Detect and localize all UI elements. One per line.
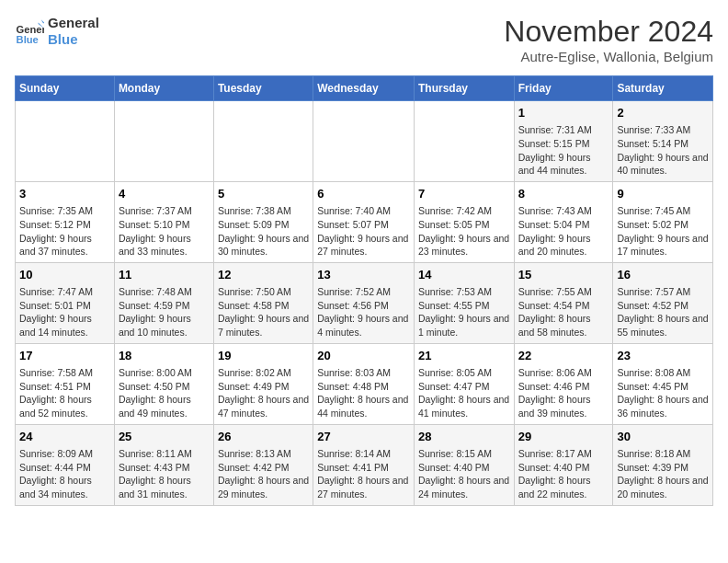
calendar-cell: 23Sunrise: 8:08 AM Sunset: 4:45 PM Dayli…: [613, 343, 713, 424]
day-number: 8: [518, 186, 609, 202]
svg-text:General: General: [17, 24, 44, 35]
day-number: 27: [317, 429, 410, 445]
svg-text:Blue: Blue: [17, 34, 39, 45]
calendar-cell: 12Sunrise: 7:50 AM Sunset: 4:58 PM Dayli…: [213, 262, 313, 343]
weekday-header-monday: Monday: [114, 76, 213, 101]
day-number: 19: [218, 348, 309, 364]
day-info: Sunrise: 8:02 AM Sunset: 4:49 PM Dayligh…: [218, 366, 309, 420]
day-info: Sunrise: 8:18 AM Sunset: 4:39 PM Dayligh…: [617, 447, 709, 501]
calendar-cell: 14Sunrise: 7:53 AM Sunset: 4:55 PM Dayli…: [414, 262, 514, 343]
calendar-cell: 17Sunrise: 7:58 AM Sunset: 4:51 PM Dayli…: [16, 343, 115, 424]
day-info: Sunrise: 8:09 AM Sunset: 4:44 PM Dayligh…: [19, 447, 110, 501]
day-number: 17: [19, 348, 110, 364]
day-info: Sunrise: 8:15 AM Sunset: 4:40 PM Dayligh…: [418, 447, 510, 501]
calendar-header: SundayMondayTuesdayWednesdayThursdayFrid…: [16, 76, 713, 101]
day-info: Sunrise: 7:31 AM Sunset: 5:15 PM Dayligh…: [518, 123, 609, 178]
calendar-week-1: 1Sunrise: 7:31 AM Sunset: 5:15 PM Daylig…: [16, 101, 713, 182]
day-info: Sunrise: 7:55 AM Sunset: 4:54 PM Dayligh…: [518, 285, 609, 339]
calendar-cell: 26Sunrise: 8:13 AM Sunset: 4:42 PM Dayli…: [213, 424, 313, 505]
day-info: Sunrise: 7:37 AM Sunset: 5:10 PM Dayligh…: [119, 204, 210, 259]
day-number: 4: [119, 186, 210, 202]
day-number: 16: [617, 267, 709, 283]
day-number: 18: [119, 348, 210, 364]
day-number: 24: [19, 429, 110, 445]
calendar-cell: 3Sunrise: 7:35 AM Sunset: 5:12 PM Daylig…: [16, 181, 115, 262]
day-info: Sunrise: 7:35 AM Sunset: 5:12 PM Dayligh…: [19, 204, 110, 259]
calendar-cell: [16, 101, 115, 182]
calendar-week-3: 10Sunrise: 7:47 AM Sunset: 5:01 PM Dayli…: [16, 262, 713, 343]
calendar-week-5: 24Sunrise: 8:09 AM Sunset: 4:44 PM Dayli…: [16, 424, 713, 505]
day-info: Sunrise: 7:45 AM Sunset: 5:02 PM Dayligh…: [617, 204, 709, 259]
day-info: Sunrise: 8:06 AM Sunset: 4:46 PM Dayligh…: [518, 366, 609, 420]
day-number: 7: [418, 186, 510, 202]
weekday-header-wednesday: Wednesday: [313, 76, 415, 101]
day-number: 1: [518, 105, 609, 121]
calendar-cell: [213, 101, 313, 182]
logo: General Blue General Blue: [15, 15, 99, 48]
calendar-cell: 13Sunrise: 7:52 AM Sunset: 4:56 PM Dayli…: [313, 262, 415, 343]
day-info: Sunrise: 7:48 AM Sunset: 4:59 PM Dayligh…: [119, 285, 210, 339]
day-info: Sunrise: 7:33 AM Sunset: 5:14 PM Dayligh…: [617, 123, 709, 178]
day-info: Sunrise: 7:38 AM Sunset: 5:09 PM Dayligh…: [218, 204, 309, 259]
day-info: Sunrise: 7:57 AM Sunset: 4:52 PM Dayligh…: [617, 285, 709, 339]
calendar-cell: 4Sunrise: 7:37 AM Sunset: 5:10 PM Daylig…: [114, 181, 213, 262]
day-info: Sunrise: 8:08 AM Sunset: 4:45 PM Dayligh…: [617, 366, 709, 420]
calendar-cell: 28Sunrise: 8:15 AM Sunset: 4:40 PM Dayli…: [414, 424, 514, 505]
day-info: Sunrise: 7:42 AM Sunset: 5:05 PM Dayligh…: [418, 204, 510, 259]
calendar-cell: 16Sunrise: 7:57 AM Sunset: 4:52 PM Dayli…: [613, 262, 713, 343]
day-info: Sunrise: 7:50 AM Sunset: 4:58 PM Dayligh…: [218, 285, 309, 339]
calendar-cell: 7Sunrise: 7:42 AM Sunset: 5:05 PM Daylig…: [414, 181, 514, 262]
day-info: Sunrise: 8:00 AM Sunset: 4:50 PM Dayligh…: [119, 366, 210, 420]
calendar-cell: 9Sunrise: 7:45 AM Sunset: 5:02 PM Daylig…: [613, 181, 713, 262]
day-number: 26: [218, 429, 309, 445]
month-year: November 2024: [504, 15, 713, 49]
day-number: 15: [518, 267, 609, 283]
calendar-cell: 6Sunrise: 7:40 AM Sunset: 5:07 PM Daylig…: [313, 181, 415, 262]
day-info: Sunrise: 7:58 AM Sunset: 4:51 PM Dayligh…: [19, 366, 110, 420]
day-number: 23: [617, 348, 709, 364]
calendar-cell: 18Sunrise: 8:00 AM Sunset: 4:50 PM Dayli…: [114, 343, 213, 424]
calendar-cell: 2Sunrise: 7:33 AM Sunset: 5:14 PM Daylig…: [613, 101, 713, 182]
calendar-cell: 8Sunrise: 7:43 AM Sunset: 5:04 PM Daylig…: [514, 181, 613, 262]
header-row: SundayMondayTuesdayWednesdayThursdayFrid…: [16, 76, 713, 101]
location: Autre-Eglise, Wallonia, Belgium: [504, 49, 713, 64]
weekday-header-friday: Friday: [514, 76, 613, 101]
calendar-cell: [414, 101, 514, 182]
day-number: 30: [617, 429, 709, 445]
calendar-cell: 10Sunrise: 7:47 AM Sunset: 5:01 PM Dayli…: [16, 262, 115, 343]
calendar-cell: 15Sunrise: 7:55 AM Sunset: 4:54 PM Dayli…: [514, 262, 613, 343]
day-number: 13: [317, 267, 410, 283]
day-info: Sunrise: 7:53 AM Sunset: 4:55 PM Dayligh…: [418, 285, 510, 339]
calendar-cell: 24Sunrise: 8:09 AM Sunset: 4:44 PM Dayli…: [16, 424, 115, 505]
calendar-cell: 20Sunrise: 8:03 AM Sunset: 4:48 PM Dayli…: [313, 343, 415, 424]
day-info: Sunrise: 8:13 AM Sunset: 4:42 PM Dayligh…: [218, 447, 309, 501]
day-info: Sunrise: 7:43 AM Sunset: 5:04 PM Dayligh…: [518, 204, 609, 259]
day-info: Sunrise: 7:47 AM Sunset: 5:01 PM Dayligh…: [19, 285, 110, 339]
weekday-header-saturday: Saturday: [613, 76, 713, 101]
calendar-cell: 5Sunrise: 7:38 AM Sunset: 5:09 PM Daylig…: [213, 181, 313, 262]
day-info: Sunrise: 7:52 AM Sunset: 4:56 PM Dayligh…: [317, 285, 410, 339]
calendar-cell: 22Sunrise: 8:06 AM Sunset: 4:46 PM Dayli…: [514, 343, 613, 424]
calendar-cell: 21Sunrise: 8:05 AM Sunset: 4:47 PM Dayli…: [414, 343, 514, 424]
day-number: 6: [317, 186, 410, 202]
calendar-cell: [114, 101, 213, 182]
header: General Blue General Blue November 2024 …: [15, 15, 713, 64]
day-number: 5: [218, 186, 309, 202]
logo-icon: General Blue: [15, 17, 44, 46]
day-number: 2: [617, 105, 709, 121]
day-number: 9: [617, 186, 709, 202]
day-number: 14: [418, 267, 510, 283]
day-info: Sunrise: 8:03 AM Sunset: 4:48 PM Dayligh…: [317, 366, 410, 420]
day-number: 29: [518, 429, 609, 445]
day-info: Sunrise: 8:05 AM Sunset: 4:47 PM Dayligh…: [418, 366, 510, 420]
day-info: Sunrise: 7:40 AM Sunset: 5:07 PM Dayligh…: [317, 204, 410, 259]
calendar-cell: 30Sunrise: 8:18 AM Sunset: 4:39 PM Dayli…: [613, 424, 713, 505]
day-number: 28: [418, 429, 510, 445]
weekday-header-tuesday: Tuesday: [213, 76, 313, 101]
weekday-header-thursday: Thursday: [414, 76, 514, 101]
day-number: 11: [119, 267, 210, 283]
day-number: 10: [19, 267, 110, 283]
weekday-header-sunday: Sunday: [16, 76, 115, 101]
day-number: 22: [518, 348, 609, 364]
calendar-cell: 19Sunrise: 8:02 AM Sunset: 4:49 PM Dayli…: [213, 343, 313, 424]
